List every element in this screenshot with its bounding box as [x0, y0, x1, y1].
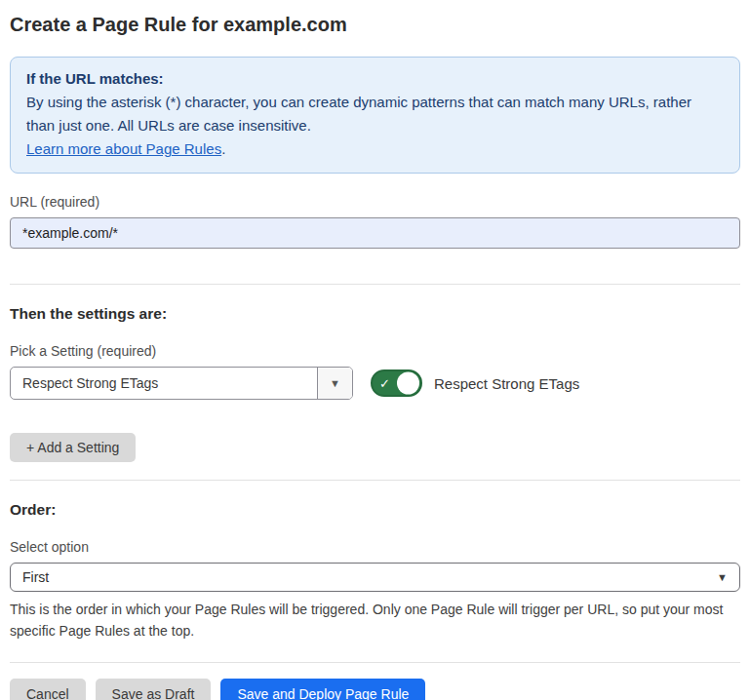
- order-select-value: First: [22, 569, 717, 585]
- setting-row: Respect Strong ETags ▼ ✓ Respect Strong …: [10, 367, 740, 400]
- order-select-dropdown[interactable]: First ▼: [10, 563, 740, 592]
- page-title: Create a Page Rule for example.com: [10, 14, 740, 36]
- link-period: .: [221, 140, 225, 157]
- order-heading: Order:: [10, 501, 740, 519]
- url-label: URL (required): [10, 194, 740, 210]
- settings-heading: Then the settings are:: [10, 305, 740, 323]
- setting-picker-label: Pick a Setting (required): [10, 343, 740, 359]
- save-draft-button[interactable]: Save as Draft: [96, 679, 212, 700]
- order-help-text: This is the order in which your Page Rul…: [10, 599, 736, 642]
- footer-actions: Cancel Save as Draft Save and Deploy Pag…: [10, 679, 740, 700]
- check-icon: ✓: [379, 377, 390, 390]
- etag-toggle-switch[interactable]: ✓: [371, 369, 422, 397]
- setting-picker-dropdown[interactable]: Respect Strong ETags ▼: [10, 367, 353, 400]
- toggle-label: Respect Strong ETags: [434, 375, 579, 392]
- chevron-down-icon: ▼: [717, 571, 728, 583]
- url-input[interactable]: [10, 217, 740, 249]
- info-box-heading: If the URL matches:: [26, 67, 724, 91]
- toggle-knob: [397, 372, 419, 395]
- dropdown-arrow-icon: ▼: [330, 377, 340, 389]
- section-divider: [10, 284, 740, 285]
- save-deploy-button[interactable]: Save and Deploy Page Rule: [220, 679, 425, 700]
- section-divider: [10, 480, 740, 481]
- info-box-body: By using the asterisk (*) character, you…: [26, 91, 724, 137]
- add-setting-button[interactable]: + Add a Setting: [10, 433, 136, 462]
- order-select-label: Select option: [10, 539, 740, 555]
- create-page-rule-panel: Create a Page Rule for example.com If th…: [0, 0, 750, 700]
- info-box-link-line: Learn more about Page Rules.: [26, 137, 724, 161]
- setting-picker-value: Respect Strong ETags: [11, 368, 317, 399]
- section-divider: [10, 662, 740, 663]
- cancel-button[interactable]: Cancel: [10, 679, 86, 700]
- learn-more-link[interactable]: Learn more about Page Rules: [26, 140, 221, 157]
- url-match-info-box: If the URL matches: By using the asteris…: [10, 57, 740, 174]
- dropdown-arrow-button[interactable]: ▼: [317, 368, 352, 399]
